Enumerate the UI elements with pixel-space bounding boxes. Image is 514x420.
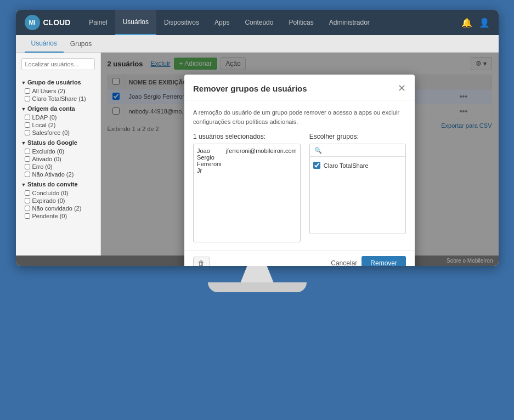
modal-body: A remoção do usuário de um grupo pode re…: [184, 100, 415, 250]
sidebar-group-origem: Origem da conta LDAP (0) Local (2) Sales…: [21, 105, 95, 136]
nav-items: Painel Usuários Dispositivos Apps Conteú…: [81, 10, 461, 35]
stand-base: [208, 282, 307, 292]
sidebar-label-pendente: Pendente (0): [32, 213, 67, 219]
sidebar-label-all-users: All Users (2): [32, 88, 66, 94]
selected-user-email: jferreroni@mobileiron.com: [226, 147, 297, 174]
sidebar-label-excluido: Excluído (0): [32, 148, 65, 155]
sidebar-item-pendente[interactable]: Pendente (0): [21, 213, 95, 219]
sidebar-group-convite: Status do convite Concluído (0) Expirado…: [21, 181, 95, 219]
nav-politicas[interactable]: Políticas: [281, 10, 321, 35]
sidebar-checkbox-excluido[interactable]: [25, 149, 30, 154]
modal-cols: 1 usuários selecionados: Joao Sergio Fer…: [193, 133, 406, 242]
sidebar-item-ldap[interactable]: LDAP (0): [21, 114, 95, 121]
sidebar-group-title-google: Status do Google: [21, 139, 95, 146]
sidebar-label-nao-convidado: Não convidado (2): [32, 205, 82, 212]
sidebar-label-ativado: Ativado (0): [32, 156, 61, 162]
modal-overlay: Remover grupos de usuários ✕ A remoção d…: [101, 53, 499, 256]
sidebar-checkbox-concluido[interactable]: [25, 190, 30, 196]
sidebar-item-local[interactable]: Local (2): [21, 122, 95, 128]
nav-painel[interactable]: Painel: [81, 10, 115, 35]
sidebar-checkbox-local[interactable]: [25, 122, 30, 128]
sidebar-checkbox-all-users[interactable]: [25, 88, 30, 94]
footer-text: Sobre o MobileIron: [447, 258, 493, 264]
logo-text: CLOUD: [43, 18, 71, 27]
modal-footer: 🗑 Cancelar Remover: [184, 250, 415, 266]
sidebar-item-ativado[interactable]: Ativado (0): [21, 156, 95, 162]
nav-usuarios[interactable]: Usuários: [115, 10, 156, 35]
monitor-stand: [16, 266, 499, 292]
sidebar-item-expirado[interactable]: Expirado (0): [21, 197, 95, 204]
content-area: 2 usuários Excluir + Adicionar Ação ⚙ ▾ …: [101, 53, 499, 256]
modal-title: Remover grupos de usuários: [193, 84, 307, 93]
cancel-button[interactable]: Cancelar: [331, 259, 357, 266]
sidebar-item-concluido[interactable]: Concluído (0): [21, 190, 95, 196]
sidebar-checkbox-nao-convidado[interactable]: [25, 206, 30, 211]
sidebar-group-title-usuarios: Grupo de usuários: [21, 79, 95, 86]
group-label-claro: Claro TotalShare: [324, 162, 369, 169]
sidebar-group-usuarios: Grupo de usuários All Users (2) Claro To…: [21, 79, 95, 102]
sidebar-group-title-origem: Origem da conta: [21, 105, 95, 112]
sidebar-checkbox-pendente[interactable]: [25, 213, 30, 219]
sub-nav-usuarios[interactable]: Usuários: [25, 35, 64, 53]
sidebar-label-concluido: Concluído (0): [32, 190, 69, 196]
sidebar-item-erro[interactable]: Erro (0): [21, 163, 95, 170]
sidebar-label-expirado: Expirado (0): [32, 197, 65, 204]
modal-choose-groups-label: Escolher grupos:: [309, 133, 406, 140]
sidebar-label-salesforce: Salesforce (0): [32, 129, 70, 136]
selected-user-name: Joao Sergio Ferreroni Jr: [197, 147, 222, 174]
nav-right: 🔔 👤: [461, 18, 490, 28]
modal-close-button[interactable]: ✕: [398, 82, 406, 94]
modal-col-left: 1 usuários selecionados: Joao Sergio Fer…: [193, 133, 301, 242]
sidebar-item-claro[interactable]: Claro TotalShare (1): [21, 95, 95, 102]
sidebar-label-erro: Erro (0): [32, 163, 53, 170]
group-list: Claro TotalShare: [310, 157, 405, 234]
sidebar-search-input[interactable]: [21, 58, 95, 70]
sidebar-item-salesforce[interactable]: Salesforce (0): [21, 129, 95, 136]
logo-area: MI CLOUD: [25, 15, 71, 30]
sidebar-item-nao-convidado[interactable]: Não convidado (2): [21, 205, 95, 212]
top-nav: MI CLOUD Painel Usuários Dispositivos Ap…: [16, 10, 499, 35]
sub-nav-grupos[interactable]: Grupos: [64, 35, 98, 53]
remove-button[interactable]: Remover: [362, 256, 406, 266]
group-item-claro: Claro TotalShare: [313, 160, 402, 171]
user-icon[interactable]: 👤: [479, 18, 490, 28]
sidebar-checkbox-ldap[interactable]: [25, 115, 30, 120]
nav-conteudo[interactable]: Conteúdo: [237, 10, 281, 35]
sidebar-checkbox-salesforce[interactable]: [25, 130, 30, 135]
group-search-box: Claro TotalShare: [309, 144, 406, 234]
sidebar-label-nao-ativado: Não Ativado (2): [32, 171, 74, 178]
group-search-input[interactable]: [310, 144, 405, 157]
sidebar-item-nao-ativado[interactable]: Não Ativado (2): [21, 171, 95, 178]
sidebar-checkbox-claro[interactable]: [25, 96, 30, 101]
main-area: Grupo de usuários All Users (2) Claro To…: [16, 53, 499, 256]
sidebar-item-excluido[interactable]: Excluído (0): [21, 148, 95, 155]
nav-dispositivos[interactable]: Dispositivos: [156, 10, 207, 35]
logo-icon: MI: [25, 15, 40, 30]
sidebar-label-claro: Claro TotalShare (1): [32, 95, 86, 102]
modal-warning-text: A remoção do usuário de um grupo pode re…: [193, 108, 406, 126]
modal-col-right: Escolher grupos: Claro TotalShare: [309, 133, 406, 242]
sidebar-checkbox-erro[interactable]: [25, 164, 30, 169]
selected-user-row: Joao Sergio Ferreroni Jr jferreroni@mobi…: [197, 147, 297, 174]
sidebar: Grupo de usuários All Users (2) Claro To…: [16, 53, 101, 256]
modal: Remover grupos de usuários ✕ A remoção d…: [184, 75, 415, 266]
sidebar-checkbox-expirado[interactable]: [25, 198, 30, 203]
nav-apps[interactable]: Apps: [207, 10, 237, 35]
modal-selected-count-label: 1 usuários selecionados:: [193, 133, 301, 140]
bell-icon[interactable]: 🔔: [461, 18, 472, 28]
modal-header: Remover grupos de usuários ✕: [184, 75, 415, 100]
delete-icon-button[interactable]: 🗑: [193, 257, 210, 266]
sidebar-checkbox-ativado[interactable]: [25, 156, 30, 162]
sidebar-group-google: Status do Google Excluído (0) Ativado (0…: [21, 139, 95, 178]
nav-administrador[interactable]: Administrador: [321, 10, 377, 35]
group-checkbox-claro[interactable]: [313, 162, 320, 169]
selected-user-box: Joao Sergio Ferreroni Jr jferreroni@mobi…: [193, 144, 301, 242]
sidebar-checkbox-nao-ativado[interactable]: [25, 172, 30, 177]
sidebar-label-ldap: LDAP (0): [32, 114, 57, 121]
sub-nav: Usuários Grupos: [16, 35, 499, 53]
stand-neck: [241, 266, 274, 282]
sidebar-group-title-convite: Status do convite: [21, 181, 95, 188]
sidebar-label-local: Local (2): [32, 122, 56, 128]
sidebar-item-all-users[interactable]: All Users (2): [21, 88, 95, 94]
